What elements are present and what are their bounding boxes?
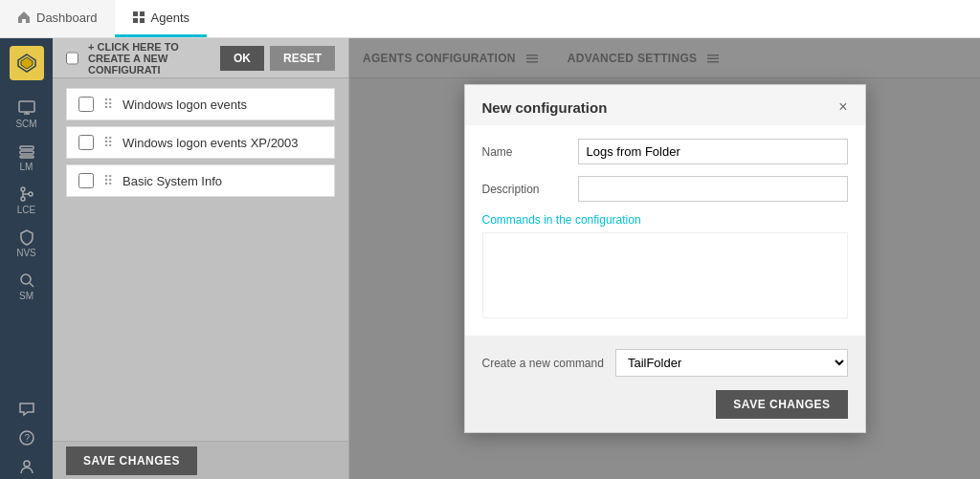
modal-overlay: New configuration × Name Description bbox=[349, 38, 980, 479]
main-layout: SCM LM LCE NVS bbox=[0, 38, 980, 479]
modal-close-button[interactable]: × bbox=[838, 98, 847, 116]
config-item-2[interactable]: ⠿ Windows logon events XP/2003 bbox=[66, 126, 335, 159]
svg-point-17 bbox=[21, 274, 31, 284]
create-command-row: Create a new command TailFolder LogFolde… bbox=[482, 349, 848, 377]
config-list: ⠿ Windows logon events ⠿ Windows logon e… bbox=[53, 78, 348, 441]
modal-actions: SAVE CHANGES bbox=[482, 390, 848, 419]
svg-rect-2 bbox=[133, 18, 138, 23]
description-label: Description bbox=[482, 183, 568, 196]
name-input[interactable] bbox=[578, 139, 848, 164]
commands-label: Commands in the configuration bbox=[482, 213, 848, 227]
user-icon bbox=[18, 458, 35, 475]
sidebar-item-scm[interactable]: SCM bbox=[0, 92, 53, 133]
config-item-1[interactable]: ⠿ Windows logon events bbox=[66, 88, 335, 120]
sidebar-item-lce[interactable]: LCE bbox=[0, 178, 53, 219]
footer-save-button[interactable]: SAVE CHANGES bbox=[66, 446, 197, 475]
svg-point-21 bbox=[24, 461, 30, 467]
name-label: Name bbox=[482, 145, 568, 159]
config-item-label-2: Windows logon events XP/2003 bbox=[122, 136, 299, 150]
modal-header: New configuration × bbox=[465, 85, 865, 125]
chat-icon bbox=[18, 401, 35, 418]
branch-icon bbox=[18, 185, 35, 203]
monitor-icon bbox=[18, 99, 35, 117]
command-select[interactable]: TailFolder LogFolder WatchFile RunScript bbox=[615, 349, 848, 377]
content-header: + CLICK HERE TO CREATE A NEW CONFIGURATI… bbox=[53, 38, 348, 78]
sidebar-item-nvs[interactable]: NVS bbox=[0, 221, 53, 262]
nav-agents-label: Agents bbox=[151, 11, 189, 25]
svg-rect-0 bbox=[133, 11, 138, 16]
header-actions: OK RESET bbox=[220, 46, 335, 71]
sidebar-item-chat[interactable] bbox=[0, 393, 53, 422]
svg-rect-3 bbox=[140, 18, 145, 23]
search-icon bbox=[18, 272, 35, 289]
modal-save-button[interactable]: SAVE CHANGES bbox=[716, 390, 847, 419]
modal-footer: Create a new command TailFolder LogFolde… bbox=[465, 336, 865, 432]
logo-icon bbox=[16, 53, 37, 74]
reset-button[interactable]: RESET bbox=[270, 46, 335, 71]
config-checkbox-2[interactable] bbox=[78, 135, 94, 150]
home-icon bbox=[17, 11, 31, 24]
sidebar-item-help[interactable]: ? bbox=[0, 422, 53, 450]
sidebar-logo[interactable] bbox=[10, 46, 44, 80]
create-command-label: Create a new command bbox=[482, 357, 604, 370]
svg-line-18 bbox=[30, 283, 33, 287]
top-navigation: Dashboard Agents bbox=[0, 0, 980, 38]
nav-dashboard[interactable]: Dashboard bbox=[0, 0, 115, 37]
svg-rect-11 bbox=[20, 156, 33, 158]
svg-rect-9 bbox=[20, 146, 33, 149]
help-icon: ? bbox=[18, 429, 35, 446]
layers-icon bbox=[18, 142, 35, 160]
config-item-label-3: Basic System Info bbox=[122, 174, 222, 188]
svg-rect-10 bbox=[20, 151, 33, 154]
footer-save-area: SAVE CHANGES bbox=[53, 441, 348, 479]
sidebar-item-lm-label: LM bbox=[20, 162, 33, 172]
description-input[interactable] bbox=[578, 176, 848, 202]
config-item-3[interactable]: ⠿ Basic System Info bbox=[66, 164, 335, 197]
modal-body: Name Description Commands in the configu… bbox=[465, 125, 865, 336]
svg-point-12 bbox=[21, 187, 25, 191]
right-panel: AGENTS CONFIGURATION ADVANCED SETTINGS bbox=[349, 38, 980, 479]
sidebar-item-sm[interactable]: SM bbox=[0, 264, 53, 305]
svg-point-14 bbox=[29, 192, 33, 196]
select-all-checkbox[interactable] bbox=[66, 51, 78, 66]
sidebar: SCM LM LCE NVS bbox=[0, 38, 53, 479]
content-area: + CLICK HERE TO CREATE A NEW CONFIGURATI… bbox=[53, 38, 980, 479]
sidebar-item-nvs-label: NVS bbox=[16, 248, 36, 258]
drag-handle-1: ⠿ bbox=[103, 97, 113, 112]
left-panel: + CLICK HERE TO CREATE A NEW CONFIGURATI… bbox=[53, 38, 349, 479]
config-checkbox-3[interactable] bbox=[78, 173, 94, 188]
new-configuration-modal: New configuration × Name Description bbox=[464, 84, 866, 433]
svg-text:?: ? bbox=[24, 433, 30, 444]
name-row: Name bbox=[482, 139, 848, 164]
sidebar-item-lm[interactable]: LM bbox=[0, 135, 53, 176]
sidebar-item-user[interactable] bbox=[0, 450, 53, 479]
svg-rect-1 bbox=[140, 11, 145, 16]
commands-area bbox=[482, 232, 848, 318]
sidebar-bottom: ? bbox=[0, 393, 53, 479]
svg-point-13 bbox=[21, 197, 25, 201]
drag-handle-2: ⠿ bbox=[103, 135, 113, 150]
config-item-label-1: Windows logon events bbox=[122, 98, 247, 112]
nav-dashboard-label: Dashboard bbox=[36, 11, 98, 25]
grid-icon bbox=[132, 11, 145, 24]
drag-handle-3: ⠿ bbox=[103, 173, 113, 188]
sidebar-item-lce-label: LCE bbox=[17, 205, 35, 215]
sidebar-item-sm-label: SM bbox=[19, 291, 33, 301]
svg-rect-6 bbox=[19, 101, 34, 112]
description-row: Description bbox=[482, 176, 848, 202]
shield-icon bbox=[18, 229, 35, 246]
add-config-button[interactable]: + CLICK HERE TO CREATE A NEW CONFIGURATI bbox=[88, 38, 211, 79]
nav-agents[interactable]: Agents bbox=[115, 0, 207, 37]
config-checkbox-1[interactable] bbox=[78, 97, 94, 112]
ok-button[interactable]: OK bbox=[220, 46, 264, 71]
sidebar-item-scm-label: SCM bbox=[15, 119, 36, 129]
modal-title: New configuration bbox=[482, 99, 608, 116]
